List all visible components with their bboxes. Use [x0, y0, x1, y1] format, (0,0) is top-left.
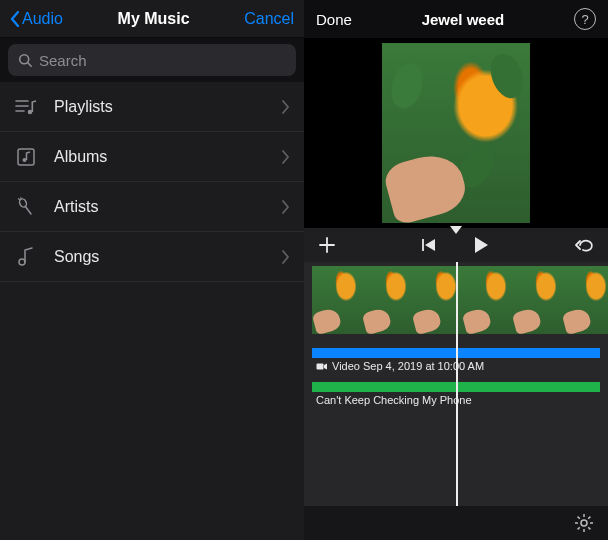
svg-rect-15	[317, 363, 324, 369]
row-playlists[interactable]: Playlists	[0, 82, 304, 132]
video-thumbnail	[362, 266, 412, 334]
undo-button[interactable]	[574, 237, 594, 253]
search-bar[interactable]	[8, 44, 296, 76]
cancel-button[interactable]: Cancel	[244, 10, 294, 28]
editor-header: Done Jewel weed ?	[304, 0, 608, 38]
gear-icon	[574, 513, 594, 533]
artists-icon	[16, 197, 36, 217]
svg-line-24	[588, 517, 590, 519]
search-bar-container	[0, 38, 304, 82]
row-label: Songs	[54, 248, 266, 266]
video-thumbnail	[562, 266, 608, 334]
music-picker-panel: Audio My Music Cancel	[0, 0, 304, 540]
row-label: Artists	[54, 198, 266, 216]
timeline[interactable]: Video Sep 4, 2019 at 10:00 AM Can't Keep…	[304, 262, 608, 506]
help-button[interactable]: ?	[574, 8, 596, 30]
audio-track-label: Can't Keep Checking My Phone	[316, 394, 608, 406]
search-icon	[18, 53, 33, 68]
project-title: Jewel weed	[422, 11, 505, 28]
row-label: Playlists	[54, 98, 266, 116]
songs-icon	[17, 247, 35, 267]
svg-line-22	[588, 527, 590, 529]
back-label: Audio	[22, 10, 63, 28]
music-picker-title: My Music	[118, 10, 190, 28]
music-picker-header: Audio My Music Cancel	[0, 0, 304, 38]
preview-frame	[382, 43, 530, 223]
plus-icon	[318, 236, 336, 254]
help-icon: ?	[581, 12, 588, 27]
chevron-left-icon	[10, 11, 20, 27]
back-button[interactable]: Audio	[10, 10, 63, 28]
video-thumbnail	[412, 266, 462, 334]
chevron-right-icon	[282, 200, 290, 214]
svg-line-1	[28, 62, 31, 65]
video-track[interactable]	[312, 348, 600, 358]
music-category-list: Playlists Albums	[0, 82, 304, 540]
row-artists[interactable]: Artists	[0, 182, 304, 232]
video-thumbnail	[462, 266, 512, 334]
play-icon	[473, 236, 489, 254]
playlists-icon	[15, 98, 37, 116]
skip-back-icon	[421, 238, 437, 252]
playback-controls	[304, 228, 608, 262]
audio-track[interactable]	[312, 382, 600, 392]
editor-bottom-bar	[304, 506, 608, 540]
svg-line-23	[578, 527, 580, 529]
video-thumbnail-strip[interactable]	[312, 266, 608, 334]
chevron-right-icon	[282, 100, 290, 114]
play-button[interactable]	[473, 236, 489, 254]
playhead-indicator-icon	[450, 226, 462, 234]
video-thumbnail	[512, 266, 562, 334]
row-songs[interactable]: Songs	[0, 232, 304, 282]
svg-line-21	[578, 517, 580, 519]
search-input[interactable]	[39, 52, 286, 69]
done-button[interactable]: Done	[316, 11, 352, 28]
video-track-label: Video Sep 4, 2019 at 10:00 AM	[316, 360, 608, 372]
albums-icon	[16, 147, 36, 167]
chevron-right-icon	[282, 250, 290, 264]
video-thumbnail	[312, 266, 362, 334]
video-editor-panel: Done Jewel weed ?	[304, 0, 608, 540]
add-media-button[interactable]	[318, 236, 336, 254]
settings-button[interactable]	[574, 513, 594, 533]
row-albums[interactable]: Albums	[0, 132, 304, 182]
skip-back-button[interactable]	[421, 238, 437, 252]
video-preview[interactable]	[304, 38, 608, 228]
svg-point-11	[19, 259, 25, 265]
chevron-right-icon	[282, 150, 290, 164]
svg-line-10	[21, 197, 22, 199]
undo-icon	[574, 237, 594, 253]
svg-line-9	[18, 198, 20, 200]
svg-point-16	[581, 520, 587, 526]
camera-icon	[316, 362, 328, 371]
row-label: Albums	[54, 148, 266, 166]
